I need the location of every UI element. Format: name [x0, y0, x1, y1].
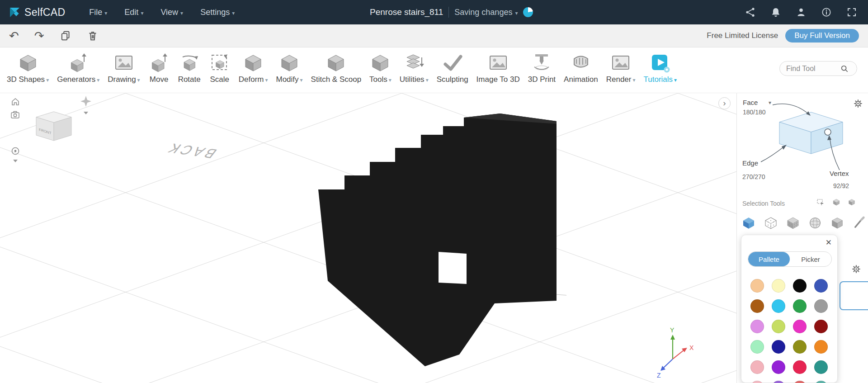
undo-icon[interactable]: ↶ [9, 30, 19, 42]
tool-utilities[interactable]: Utilities [396, 52, 433, 84]
tool-3d-shapes[interactable]: 3D Shapes [3, 52, 53, 84]
gear-icon[interactable] [851, 264, 861, 274]
select-solid-cube-icon-active[interactable] [741, 216, 756, 230]
vertex-mode-label[interactable]: Vertex [830, 170, 849, 177]
fullscreen-icon[interactable] [846, 7, 857, 18]
chevron-down-icon[interactable] [13, 160, 18, 162]
color-swatch[interactable] [793, 299, 807, 313]
color-swatch[interactable] [814, 320, 828, 333]
edge-mode-label[interactable]: Edge [742, 159, 758, 167]
tool-generators[interactable]: Generators [53, 52, 104, 84]
color-swatch[interactable] [772, 320, 785, 333]
tool-modify[interactable]: Modify [272, 52, 307, 84]
color-swatch[interactable] [814, 299, 828, 313]
color-swatch[interactable] [814, 360, 828, 374]
tool-stitch-scoop[interactable]: Stitch & Scoop [307, 52, 366, 84]
color-swatch[interactable] [772, 381, 785, 383]
tool-move[interactable]: Move [144, 52, 174, 84]
menu-bar: File Edit View Settings [80, 0, 243, 24]
color-swatch[interactable] [814, 340, 828, 354]
selection-info-illustration [759, 103, 863, 172]
color-swatch[interactable] [793, 360, 807, 374]
color-swatch[interactable] [793, 279, 807, 293]
menu-edit[interactable]: Edit [116, 0, 152, 24]
account-person-icon[interactable] [796, 7, 807, 18]
color-swatch[interactable] [772, 279, 785, 293]
color-swatch[interactable] [750, 320, 764, 333]
color-swatch[interactable] [814, 381, 828, 383]
saving-status[interactable]: Saving changes [454, 7, 533, 17]
tool-rotate[interactable]: Rotate [174, 52, 205, 84]
color-swatch[interactable] [793, 320, 807, 333]
select-shaded-cube-icon[interactable] [830, 216, 844, 230]
color-swatch[interactable] [793, 340, 807, 354]
face-mode-label[interactable]: Face [743, 99, 758, 106]
3d-viewport[interactable]: BACK FRONT [0, 93, 736, 383]
orbit-settings-icon[interactable] [12, 148, 19, 163]
close-icon[interactable] [826, 238, 832, 247]
color-swatch[interactable] [814, 279, 828, 293]
grid-back-label: BACK [162, 141, 220, 161]
chevron-down-icon [426, 75, 429, 84]
right-panel: Face ▾ 180/180 Edge 270/270 Vertex 92/92 [736, 93, 868, 383]
tab-pallete[interactable]: Pallete [748, 252, 790, 266]
chevron-down-icon [265, 75, 268, 84]
tool-3d-print[interactable]: 3D Print [524, 52, 560, 84]
tool-sculpting[interactable]: Sculpting [433, 52, 472, 84]
tool-tutorials[interactable]: Tutorials [640, 52, 681, 84]
current-color-swatch[interactable] [840, 281, 868, 310]
panel-collapse-chevron-button[interactable] [718, 97, 731, 109]
color-swatch[interactable] [772, 360, 785, 374]
solid-cube-select-icon[interactable] [848, 198, 856, 206]
camera-view-icon[interactable] [11, 112, 19, 118]
penrose-stairs-model[interactable] [318, 113, 557, 366]
color-swatch[interactable] [750, 360, 764, 374]
multi-cube-select-icon[interactable] [832, 198, 840, 206]
copy-icon[interactable] [60, 30, 71, 42]
find-tool-input[interactable] [786, 65, 840, 73]
image-to-3d-icon [487, 52, 509, 74]
color-swatch[interactable] [772, 340, 785, 354]
marquee-select-icon[interactable] [816, 198, 825, 206]
tool-drawing[interactable]: Drawing [104, 52, 144, 84]
menu-settings[interactable]: Settings [192, 0, 243, 24]
color-swatch[interactable] [750, 299, 764, 313]
share-icon[interactable] [745, 7, 756, 18]
paint-brush-icon[interactable] [852, 216, 867, 230]
chevron-down-icon[interactable] [84, 112, 88, 114]
find-tool-search[interactable] [779, 61, 857, 76]
divider [448, 7, 449, 18]
tool-deform[interactable]: Deform [235, 52, 272, 84]
tool-tools[interactable]: Tools [365, 52, 396, 84]
tool-scale[interactable]: Scale [205, 52, 235, 84]
color-swatch[interactable] [750, 381, 764, 383]
view-cube[interactable]: FRONT [36, 112, 71, 141]
tab-picker[interactable]: Picker [790, 252, 831, 266]
chevron-down-icon [104, 8, 107, 17]
notifications-bell-icon[interactable] [770, 7, 781, 18]
color-swatch[interactable] [772, 299, 785, 313]
menu-view[interactable]: View [152, 0, 192, 24]
tool-image-to-3d[interactable]: Image To 3D [472, 52, 524, 84]
chevron-down-icon [515, 8, 518, 17]
info-icon[interactable] [821, 7, 832, 18]
select-grid-cube-icon[interactable] [786, 216, 800, 230]
redo-icon[interactable]: ↷ [34, 30, 44, 42]
menu-file[interactable]: File [80, 0, 116, 24]
saving-spinner-icon [523, 7, 533, 17]
select-lattice-cube-icon[interactable] [764, 216, 778, 230]
tool-animation[interactable]: Animation [560, 52, 602, 84]
compass-star-icon[interactable] [80, 96, 91, 114]
select-polysphere-icon[interactable] [808, 216, 822, 230]
home-view-icon[interactable] [12, 99, 19, 105]
palette-tabs: Pallete Picker [748, 251, 832, 267]
chevron-down-icon [632, 75, 635, 84]
color-swatch[interactable] [750, 279, 764, 293]
axis-gizmo: Y X Z [657, 326, 694, 379]
tool-render[interactable]: Render [602, 52, 640, 84]
sculpting-icon [442, 52, 463, 74]
color-swatch[interactable] [750, 340, 764, 354]
delete-trash-icon[interactable] [87, 30, 99, 42]
color-swatch[interactable] [793, 381, 807, 383]
buy-full-version-button[interactable]: Buy Full Version [785, 29, 859, 43]
